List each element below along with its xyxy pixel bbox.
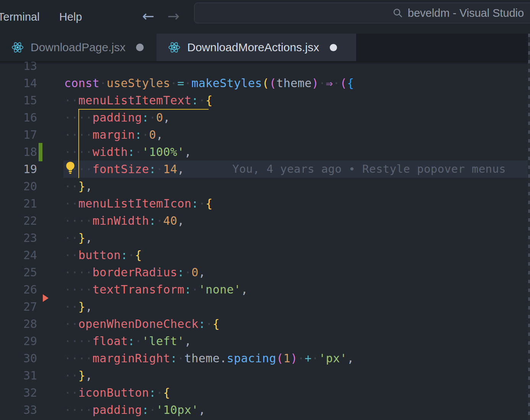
code-text: ····width:·'100%', (64, 143, 191, 161)
line-number: 30 (0, 350, 37, 367)
react-file-icon (167, 41, 181, 54)
glyph-margin (37, 195, 64, 212)
code-line[interactable]: 33····padding:·'10px', (0, 401, 530, 418)
code-line[interactable]: 30····marginRight:·theme.spacing(1)·+·'p… (0, 350, 530, 367)
line-number: 24 (0, 246, 37, 264)
code-line[interactable]: 27··}, (0, 298, 530, 315)
code-line[interactable]: 28··openWhenDoneCheck:·{ (0, 315, 530, 332)
line-number: 25 (0, 264, 37, 281)
lightbulb-icon[interactable] (65, 161, 76, 176)
glyph-margin (37, 75, 64, 92)
code-line[interactable]: 23··}, (0, 229, 530, 246)
line-number: 33 (0, 401, 37, 418)
glyph-margin (37, 246, 64, 264)
glyph-margin (37, 350, 64, 367)
modified-dot-icon[interactable] (330, 44, 337, 51)
glyph-margin (37, 384, 64, 401)
react-file-icon (11, 41, 24, 54)
tab-label: DownloadMoreActions.jsx (187, 41, 319, 54)
line-number: 16 (0, 109, 37, 126)
code-text: ··iconButton:·{ (64, 384, 170, 401)
tab-bar: DownloadPage.jsx DownloadMoreActions.jsx (0, 34, 530, 61)
line-number: 20 (0, 178, 37, 195)
glyph-margin (37, 298, 64, 315)
gutter-marker-icon (43, 294, 49, 302)
code-text: ····padding:·'10px', (64, 401, 206, 418)
glyph-margin (37, 126, 64, 143)
code-line[interactable]: 19····fontSize:·14,You, 4 years ago • Re… (0, 161, 530, 178)
code-line[interactable]: 21··menuListItemIcon:·{ (0, 195, 530, 212)
code-text: ··menuListItemText:·{ (64, 92, 213, 109)
code-line[interactable]: 15··menuListItemText:·{ (0, 92, 530, 109)
code-line[interactable]: 22····minWidth:·40, (0, 212, 530, 229)
modified-dot-icon[interactable] (136, 44, 144, 51)
code-text: ··menuListItemIcon:·{ (64, 195, 213, 212)
line-number: 29 (0, 332, 37, 350)
code-text: ··}, (64, 178, 92, 195)
glyph-margin (37, 92, 64, 109)
title-bar: Terminal Help ← → beveldm - Visual Studi… (0, 0, 530, 34)
code-rows: 1314const·useStyles·=·makeStyles((theme)… (0, 61, 530, 418)
code-text: ··}, (64, 229, 92, 246)
glyph-margin (37, 212, 64, 229)
line-number: 19 (0, 161, 37, 178)
glyph-margin (37, 109, 64, 126)
code-line[interactable]: 20··}, (0, 178, 530, 195)
search-icon (392, 8, 403, 18)
menu-item-terminal[interactable]: Terminal (0, 0, 40, 34)
code-line[interactable]: 31··}, (0, 367, 530, 384)
glyph-margin (37, 332, 64, 350)
glyph-margin (37, 401, 64, 418)
command-center-search[interactable]: beveldm - Visual Studio (194, 3, 530, 23)
code-editor: 1314const·useStyles·=·makeStyles((theme)… (0, 61, 530, 420)
code-text: ··}, (64, 298, 92, 315)
window-title-text: beveldm - Visual Studio (408, 7, 524, 19)
line-number: 31 (0, 367, 37, 384)
line-number: 15 (0, 92, 37, 109)
navigate-back-icon[interactable]: ← (142, 0, 154, 34)
code-text: ····fontSize:·14, (64, 161, 185, 178)
line-number: 32 (0, 384, 37, 401)
tab-downloadpage[interactable]: DownloadPage.jsx (0, 34, 157, 61)
code-text: ··}, (64, 367, 92, 384)
glyph-margin (37, 161, 64, 178)
code-text: ····marginRight:·theme.spacing(1)·+·'px'… (64, 350, 354, 367)
code-line[interactable]: 24··button:·{ (0, 246, 530, 264)
git-blame-annotation: You, 4 years ago • Restyle popover menus (232, 161, 506, 178)
code-text: ····padding:·0, (64, 109, 170, 126)
glyph-margin (37, 178, 64, 195)
code-line[interactable]: 25····borderRadius:·0, (0, 264, 530, 281)
tab-downloadmoreactions[interactable]: DownloadMoreActions.jsx (157, 34, 356, 61)
vscode-window: Terminal Help ← → beveldm - Visual Studi… (0, 0, 530, 420)
code-line[interactable]: 16····padding:·0, (0, 109, 530, 126)
line-number: 23 (0, 229, 37, 246)
line-number: 27 (0, 298, 37, 315)
code-text: ··openWhenDoneCheck:·{ (64, 315, 220, 332)
glyph-margin (37, 264, 64, 281)
code-line[interactable]: 14const·useStyles·=·makeStyles((theme)·⇒… (0, 75, 530, 92)
minimap-strip[interactable] (528, 34, 530, 420)
code-text: ····margin:·0, (64, 126, 163, 143)
tab-label: DownloadPage.jsx (31, 41, 125, 54)
code-text: ····minWidth:·40, (64, 212, 185, 229)
glyph-margin (37, 315, 64, 332)
glyph-margin (37, 229, 64, 246)
line-number: 22 (0, 212, 37, 229)
glyph-margin (37, 281, 64, 298)
line-number: 17 (0, 126, 37, 143)
line-number: 18 (0, 143, 37, 161)
code-line[interactable]: 18····width:·'100%', (0, 143, 530, 161)
line-number: 21 (0, 195, 37, 212)
line-number: 26 (0, 281, 37, 298)
glyph-margin (37, 367, 64, 384)
git-added-indicator (39, 143, 42, 161)
code-text: ····textTransform:·'none', (64, 281, 248, 298)
code-line[interactable]: 32··iconButton:·{ (0, 384, 530, 401)
menu-item-help[interactable]: Help (59, 0, 82, 34)
code-text: ····borderRadius:·0, (64, 264, 206, 281)
code-line[interactable]: 17····margin:·0, (0, 126, 530, 143)
code-line[interactable]: 29····float:·'left', (0, 332, 530, 350)
code-line[interactable]: 26····textTransform:·'none', (0, 281, 530, 298)
navigate-forward-icon[interactable]: → (167, 0, 180, 34)
code-text: const·useStyles·=·makeStyles((theme)·⇒·(… (64, 75, 354, 92)
